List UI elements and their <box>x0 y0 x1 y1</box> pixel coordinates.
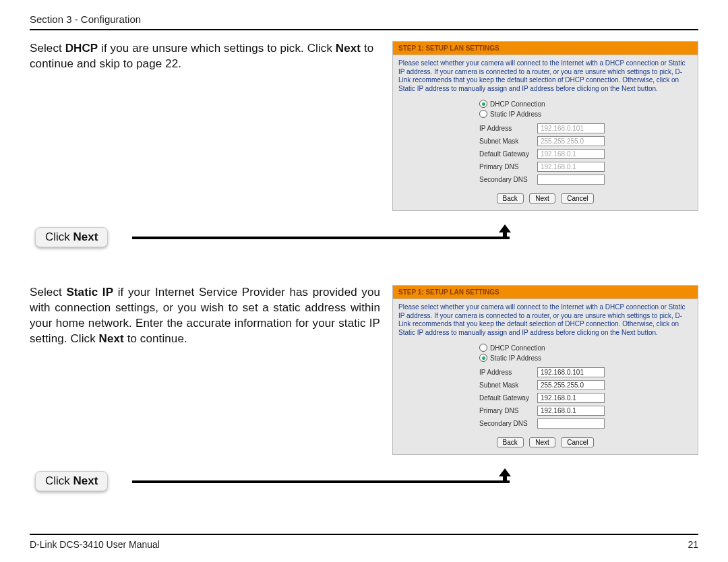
text: Select <box>30 42 65 55</box>
wizard-description: Please select whether your camera will c… <box>398 59 692 93</box>
label-sdns: Secondary DNS <box>479 420 537 427</box>
bold-next: Next <box>73 230 98 243</box>
text: Click <box>45 230 73 243</box>
callout-line <box>132 237 510 239</box>
radio-label: DHCP Connection <box>490 344 545 352</box>
callout-click-next: Click Next <box>35 227 108 247</box>
input-secondary-dns[interactable] <box>537 175 605 185</box>
radio-static[interactable]: Static IP Address <box>479 354 692 362</box>
radio-icon <box>479 354 487 362</box>
label-ip: IP Address <box>479 125 537 132</box>
wizard-panel-static: STEP 1: SETUP LAN SETTINGS Please select… <box>392 285 698 455</box>
radio-label: DHCP Connection <box>490 100 545 108</box>
text: if you are unsure which settings to pick… <box>98 42 336 55</box>
cancel-button[interactable]: Cancel <box>561 193 594 204</box>
radio-label: Static IP Address <box>490 354 541 362</box>
back-button[interactable]: Back <box>497 437 524 447</box>
input-primary-dns[interactable] <box>537 162 605 172</box>
bold-dhcp: DHCP <box>65 42 98 55</box>
svg-marker-0 <box>499 224 511 239</box>
svg-marker-1 <box>499 468 511 483</box>
wizard-title: STEP 1: SETUP LAN SETTINGS <box>392 285 698 299</box>
label-pdns: Primary DNS <box>479 407 537 414</box>
next-button[interactable]: Next <box>529 437 555 447</box>
input-ip[interactable] <box>537 123 605 133</box>
bold-static-ip: Static IP <box>66 286 113 299</box>
bold-next: Next <box>336 42 361 55</box>
wizard-title: STEP 1: SETUP LAN SETTINGS <box>392 41 698 55</box>
radio-dhcp[interactable]: DHCP Connection <box>479 344 692 352</box>
arrow-up-icon <box>499 468 511 483</box>
radio-static[interactable]: Static IP Address <box>479 110 692 118</box>
label-subnet: Subnet Mask <box>479 137 537 145</box>
text: Select <box>30 286 66 299</box>
input-gateway[interactable] <box>537 149 605 159</box>
label-gateway: Default Gateway <box>479 150 537 158</box>
radio-icon <box>479 100 487 108</box>
callout-click-next: Click Next <box>35 471 108 491</box>
back-button[interactable]: Back <box>497 193 524 204</box>
label-ip: IP Address <box>479 369 537 376</box>
wizard-description: Please select whether your camera will c… <box>398 303 692 337</box>
radio-label: Static IP Address <box>490 111 541 118</box>
instruction-static: Select Static IP if your Internet Servic… <box>30 285 380 347</box>
input-ip[interactable] <box>537 367 605 377</box>
label-gateway: Default Gateway <box>479 394 537 402</box>
text: to continue. <box>124 332 187 345</box>
input-primary-dns[interactable] <box>537 406 605 416</box>
radio-icon <box>479 110 487 118</box>
input-subnet[interactable] <box>537 380 605 390</box>
label-sdns: Secondary DNS <box>479 176 537 183</box>
wizard-panel-dhcp: STEP 1: SETUP LAN SETTINGS Please select… <box>392 41 698 211</box>
bold-next: Next <box>99 332 124 345</box>
text: Click <box>45 474 73 487</box>
input-subnet[interactable] <box>537 136 605 146</box>
label-subnet: Subnet Mask <box>479 381 537 389</box>
radio-dhcp[interactable]: DHCP Connection <box>479 100 692 108</box>
footer-manual: D-Link DCS-3410 User Manual <box>30 539 160 550</box>
section-header: Section 3 - Configuration <box>30 13 698 30</box>
label-pdns: Primary DNS <box>479 163 537 170</box>
next-button[interactable]: Next <box>529 193 555 204</box>
instruction-dhcp: Select DHCP if you are unsure which sett… <box>30 41 380 72</box>
radio-icon <box>479 344 487 352</box>
bold-next: Next <box>73 474 98 487</box>
callout-line <box>132 480 510 483</box>
arrow-up-icon <box>499 224 511 239</box>
footer-page: 21 <box>688 539 698 550</box>
input-gateway[interactable] <box>537 393 605 403</box>
input-secondary-dns[interactable] <box>537 418 605 429</box>
cancel-button[interactable]: Cancel <box>561 437 594 447</box>
